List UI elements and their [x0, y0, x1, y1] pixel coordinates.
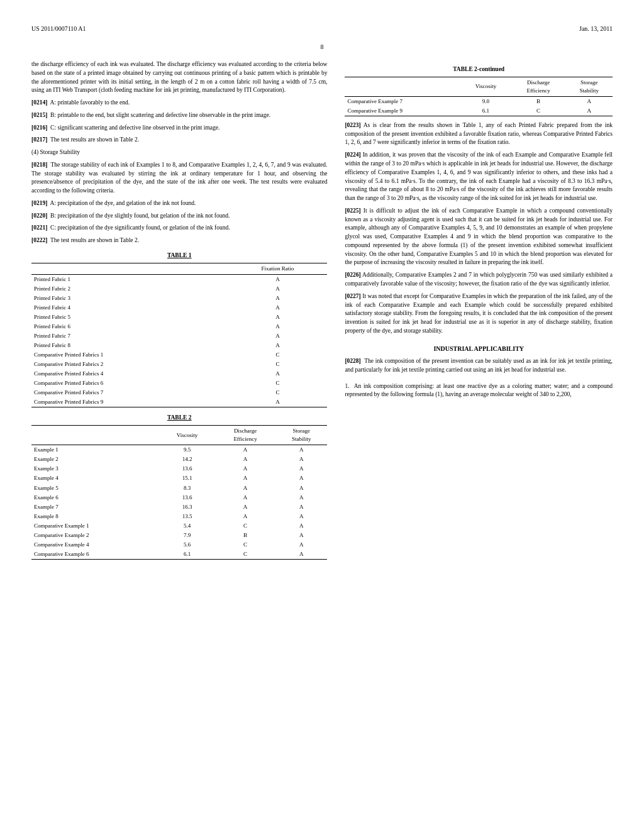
para-num-0: [0223] [345, 122, 360, 128]
table-row: Comparative Printed Fabrics 4A [31, 369, 327, 379]
para-0220: [0220] B: precipitation of the dye sligh… [31, 212, 327, 221]
para-0220-num: [0220] [31, 213, 47, 219]
item-0217: [0217] The test results are shown in Tab… [31, 136, 327, 145]
table-row: Example 813.5AA [31, 512, 327, 521]
para-0220-text: B: precipitation of the dye slightly fou… [50, 213, 230, 219]
table2-col-storage: StorageStability [275, 426, 327, 445]
table2-col-label [31, 426, 159, 445]
table-row: Example 716.3AA [31, 502, 327, 512]
item-0217-text: The test results are shown in Table 2. [50, 136, 139, 143]
left-column: the discharge efficiency of each ink was… [31, 60, 327, 565]
page-number: 8 [31, 43, 613, 50]
right-para-[0224]: [0224] In addition, it was proven that t… [345, 151, 613, 203]
header: US 2011/0007110 A1 Jan. 13, 2011 [31, 25, 613, 32]
item-0216: [0216] C: significant scattering and def… [31, 124, 327, 133]
table-row: Comparative Example 27.9BA [31, 531, 327, 540]
para-text-0: As is clear from the results shown in Ta… [345, 122, 613, 146]
para-0218: [0218] The storage stability of each ink… [31, 161, 327, 196]
claim-text: An ink composition comprising: at least … [345, 383, 613, 398]
table-row: Printed Fabric 3A [31, 294, 327, 303]
table-row: Printed Fabric 1A [31, 274, 327, 284]
table-row: Printed Fabric 6A [31, 322, 327, 331]
table-row: Comparative Example 45.6CA [31, 540, 327, 550]
table-row: Printed Fabric 5A [31, 313, 327, 322]
table2-col-viscosity: Viscosity [159, 426, 214, 445]
table-row: Example 19.5AA [31, 445, 327, 455]
header-left: US 2011/0007110 A1 [31, 25, 86, 32]
item-0214-num: [0214] [31, 99, 47, 106]
table-row: Example 313.6AA [31, 464, 327, 473]
item-0217-num: [0217] [31, 136, 47, 143]
two-col-layout: the discharge efficiency of each ink was… [31, 60, 613, 565]
table-row: Comparative Printed Fabrics 1C [31, 350, 327, 360]
para-num-4: [0227] [345, 293, 360, 299]
right-para-[0227]: [0227] It was noted that except for Comp… [345, 292, 613, 336]
para-0228: [0228] The ink composition of the presen… [345, 357, 613, 375]
table1-title: TABLE 1 [31, 252, 327, 260]
claim-1: 1. An ink composition comprising: at lea… [345, 382, 613, 400]
page: US 2011/0007110 A1 Jan. 13, 2011 8 the d… [0, 0, 644, 830]
para-0221: [0221] C: precipitation of the dye signi… [31, 224, 327, 233]
intro-paragraph: the discharge efficiency of each ink was… [31, 60, 327, 95]
para-0222-text: The test results are shown in Table 2. [50, 237, 139, 243]
table-row: Comparative Printed Fabrics 7C [31, 388, 327, 397]
table2-col-discharge: DischargeEfficiency [215, 426, 276, 445]
table2c-col-viscosity: Viscosity [460, 77, 511, 96]
table-row: Comparative Printed Fabrics 6C [31, 379, 327, 388]
table-row: Comparative Example 66.1CA [31, 550, 327, 560]
header-right: Jan. 13, 2011 [579, 25, 613, 32]
item-0214-text: A: printable favorably to the end. [50, 99, 130, 106]
para-text-3: Additionally, Comparative Examples 2 and… [345, 272, 613, 287]
table1: Fixation Ratio Printed Fabric 1APrinted … [31, 263, 327, 408]
para-num-3: [0226] [345, 272, 360, 278]
para-0221-text: C: precipitation of the dye significantl… [50, 224, 230, 231]
item-0215-text: B: printable to the end, but slight scat… [50, 112, 270, 118]
table-row: Printed Fabric 7A [31, 331, 327, 341]
table-row: Example 58.3AA [31, 484, 327, 493]
item-0216-text: C: significant scattering and defective … [50, 124, 219, 131]
para-0221-num: [0221] [31, 224, 47, 231]
claim-num: 1. [345, 383, 349, 389]
table2-continued: Viscosity DischargeEfficiency StorageSta… [345, 77, 613, 116]
table1-col-label [31, 263, 228, 274]
table-row: Comparative Printed Fabrics 2C [31, 360, 327, 369]
right-para-[0223]: [0223] As is clear from the results show… [345, 121, 613, 147]
item-0216-num: [0216] [31, 124, 47, 131]
table2-title: TABLE 2 [31, 414, 327, 423]
table-row: Example 613.6AA [31, 493, 327, 502]
table2c-col-storage: StorageStability [566, 77, 613, 96]
industrial-title: INDUSTRIAL APPLICABILITY [345, 345, 613, 354]
table-row: Comparative Example 79.0BA [345, 96, 613, 106]
item-0215-num: [0215] [31, 112, 47, 118]
para-0228-text: The ink composition of the present inven… [345, 358, 613, 373]
table2c-col-discharge: DischargeEfficiency [511, 77, 565, 96]
table-row: Printed Fabric 8A [31, 341, 327, 350]
table2-continued-title: TABLE 2-continued [345, 65, 613, 74]
para-0222: [0222] The test results are shown in Tab… [31, 236, 327, 245]
para-0219-text: A: precipitation of the dye, and gelatio… [50, 200, 196, 206]
table1-col-fixation: Fixation Ratio [228, 263, 327, 274]
para-0218-num: [0218] [31, 162, 47, 168]
para-0219: [0219] A: precipitation of the dye, and … [31, 199, 327, 208]
para-text-2: It is difficult to adjust the ink of eac… [345, 208, 613, 266]
para-0222-num: [0222] [31, 237, 47, 243]
table-row: Comparative Example 96.1CA [345, 106, 613, 116]
para-text-1: In addition, it was proven that the visc… [345, 152, 613, 201]
table-row: Comparative Printed Fabrics 9A [31, 397, 327, 407]
table-row: Comparative Example 15.4CA [31, 521, 327, 531]
right-para-[0225]: [0225] It is difficult to adjust the ink… [345, 207, 613, 267]
table2c-col-label [345, 77, 460, 96]
table-row: Example 214.2AA [31, 455, 327, 464]
item-0215: [0215] B: printable to the end, but slig… [31, 111, 327, 120]
para-num-1: [0224] [345, 152, 360, 158]
right-para-[0226]: [0226] Additionally, Comparative Example… [345, 271, 613, 289]
table-row: Printed Fabric 2A [31, 284, 327, 294]
table-row: Printed Fabric 4A [31, 303, 327, 313]
para-text-4: It was noted that except for Comparative… [345, 293, 613, 334]
para-0228-num: [0228] [345, 358, 360, 364]
right-column: TABLE 2-continued Viscosity DischargeEff… [345, 60, 613, 565]
para-0219-num: [0219] [31, 200, 47, 206]
table2: Viscosity DischargeEfficiency StorageSta… [31, 425, 327, 560]
storage-title: (4) Storage Stability [31, 148, 327, 157]
table-row: Example 415.1AA [31, 473, 327, 483]
